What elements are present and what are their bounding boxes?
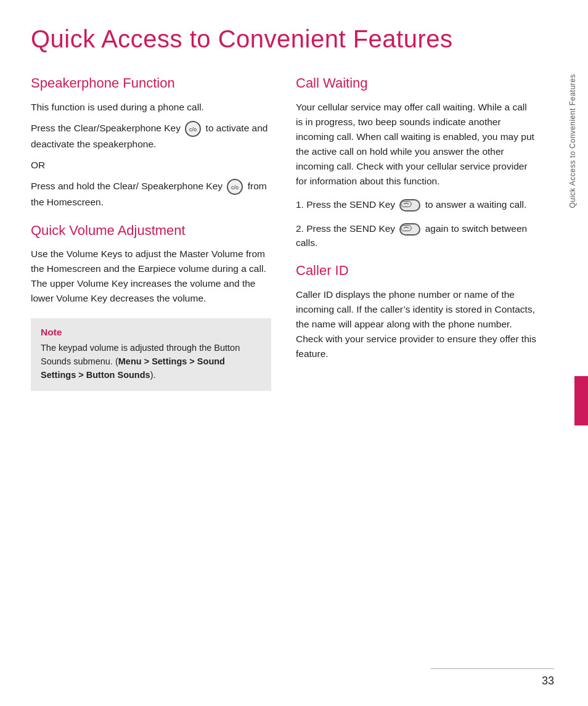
note-body: The keypad volume is adjusted through th… — [41, 342, 261, 382]
two-column-layout: Speakerphone Function This function is u… — [31, 75, 557, 391]
speakerphone-body2: Press the Clear/Speakerphone Key c/o to … — [31, 121, 271, 152]
call-waiting-body: Your cellular service may offer call wai… — [296, 100, 536, 189]
call-waiting-title: Call Waiting — [296, 75, 536, 92]
send-key-icon-2 — [399, 223, 420, 236]
svg-text:c/o: c/o — [189, 126, 197, 133]
speakerphone-title: Speakerphone Function — [31, 75, 271, 92]
volume-title: Quick Volume Adjustment — [31, 222, 271, 240]
speakerphone-body1: This function is used during a phone cal… — [31, 100, 271, 115]
list-item-1-content: 1. Press the SEND Key to answer a waitin… — [296, 197, 536, 211]
right-column: Call Waiting Your cellular service may o… — [296, 75, 536, 391]
main-content: Quick Access to Convenient Features Spea… — [0, 0, 588, 416]
caller-id-section: Caller ID Caller ID displays the phone n… — [296, 262, 536, 361]
left-column: Speakerphone Function This function is u… — [31, 75, 271, 391]
note-title: Note — [41, 327, 261, 338]
send-key-icon-1 — [399, 199, 420, 211]
list-item-2: 2. Press the SEND Key again to switch be… — [296, 221, 536, 250]
speakerphone-section: Speakerphone Function This function is u… — [31, 75, 271, 210]
note-box: Note The keypad volume is adjusted throu… — [31, 318, 271, 390]
svg-text:c/o: c/o — [231, 184, 239, 191]
svg-rect-2 — [401, 201, 412, 207]
svg-rect-3 — [401, 225, 412, 231]
page-title: Quick Access to Convenient Features — [31, 25, 557, 53]
speakerphone-body3: Press and hold the Clear/ Speakerphone K… — [31, 179, 271, 210]
bottom-line — [431, 668, 554, 669]
caller-id-title: Caller ID — [296, 262, 536, 280]
or-text: OR — [31, 158, 271, 173]
sidebar-bar — [574, 376, 588, 425]
speakerphone-body: This function is used during a phone cal… — [31, 100, 271, 210]
speaker-key-icon2: c/o — [227, 179, 243, 195]
sidebar-text: Quick Access to Convenient Features — [568, 74, 577, 208]
volume-section: Quick Volume Adjustment Use the Volume K… — [31, 222, 271, 306]
volume-body: Use the Volume Keys to adjust the Master… — [31, 247, 271, 306]
list-item-2-content: 2. Press the SEND Key again to switch be… — [296, 221, 536, 250]
call-waiting-section: Call Waiting Your cellular service may o… — [296, 75, 536, 250]
speaker-key-icon: c/o — [185, 121, 201, 137]
caller-id-body: Caller ID displays the phone number or n… — [296, 287, 536, 361]
list-item-1: 1. Press the SEND Key to answer a waitin… — [296, 197, 536, 211]
page-number: 33 — [542, 675, 554, 688]
